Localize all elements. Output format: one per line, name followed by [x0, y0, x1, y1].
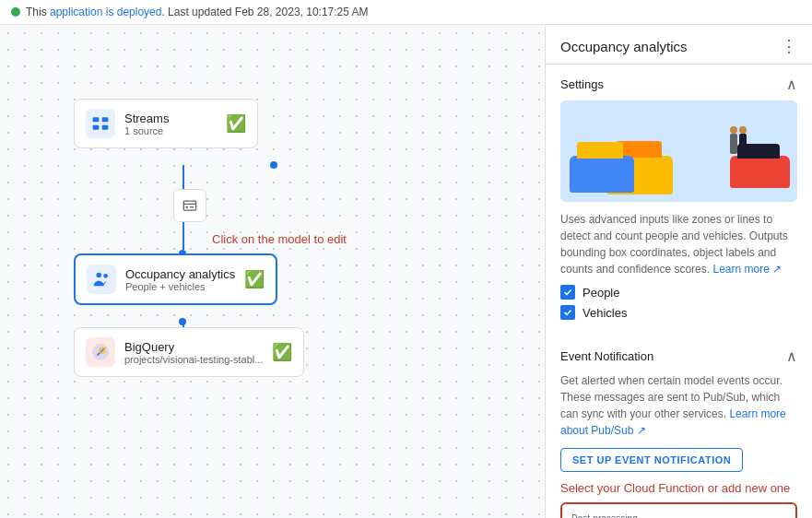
post-processing-label: Post-processing [571, 513, 786, 518]
bigquery-icon [86, 337, 115, 367]
connector-dot-1 [270, 161, 277, 169]
learn-more-link[interactable]: Learn more ↗ [712, 263, 782, 276]
occupancy-info: Occupancy analytics People + vehicles [125, 267, 235, 292]
occupancy-node[interactable]: Occupancy analytics People + vehicles ✅ [74, 253, 277, 305]
people-checkbox[interactable] [560, 285, 575, 300]
settings-chevron[interactable]: ∧ [786, 76, 797, 93]
settings-description: Uses advanced inputs like zones or lines… [560, 211, 797, 277]
streams-node[interactable]: Streams 1 source ✅ [74, 99, 258, 148]
panel-title: Occupancy analytics [560, 39, 688, 54]
svg-point-8 [97, 273, 102, 278]
event-header: Event Notification ∧ [560, 347, 797, 365]
streams-check: ✅ [226, 113, 246, 134]
panel-header: Occupancy analytics ⋮ [546, 25, 812, 65]
event-title: Event Notification [560, 349, 653, 363]
canvas-annotation: Click on the model to edit [212, 232, 347, 246]
panel-menu-icon[interactable]: ⋮ [781, 36, 797, 56]
people-checkbox-row: People [560, 285, 797, 300]
bigquery-node[interactable]: BigQuery projects/visionai-testing-stabl… [74, 327, 304, 377]
car2 [730, 156, 790, 188]
occupancy-icon [87, 265, 116, 294]
occupancy-subtitle: People + vehicles [125, 281, 235, 292]
cloud-function-note: Select your Cloud Function or add new on… [560, 481, 797, 495]
settings-header: Settings ∧ [560, 76, 797, 93]
model-icon-box [173, 189, 206, 222]
vehicles-label: Vehicles [583, 306, 627, 320]
top-bar: This application is deployed. Last updat… [0, 0, 812, 25]
illustration [560, 100, 797, 202]
event-chevron[interactable]: ∧ [786, 347, 797, 365]
bigquery-title: BigQuery [124, 340, 263, 354]
status-dot [11, 7, 20, 17]
car1 [570, 156, 634, 193]
event-section: Event Notification ∧ Get alerted when ce… [546, 336, 812, 518]
main-layout: Streams 1 source ✅ [0, 25, 812, 518]
svg-rect-3 [102, 125, 109, 130]
streams-title: Streams [124, 112, 217, 125]
streams-subtitle: 1 source [124, 125, 217, 136]
svg-rect-1 [102, 117, 109, 122]
settings-image [560, 100, 797, 202]
svg-rect-2 [93, 125, 100, 130]
streams-info: Streams 1 source [124, 112, 217, 136]
svg-rect-4 [183, 201, 195, 210]
event-description: Get alerted when certain model events oc… [560, 372, 797, 439]
occupancy-check: ✅ [244, 269, 265, 289]
settings-section: Settings ∧ Uses advanced inputs like zon… [546, 65, 812, 336]
person2 [730, 134, 737, 154]
vehicles-checkbox[interactable] [560, 305, 575, 320]
deployed-link[interactable]: application is deployed [50, 6, 161, 18]
setup-event-btn[interactable]: SET UP EVENT NOTIFICATION [560, 448, 743, 472]
settings-title: Settings [560, 77, 604, 91]
occupancy-title: Occupancy analytics [125, 267, 235, 281]
svg-rect-0 [93, 117, 100, 122]
bigquery-check: ✅ [272, 342, 292, 362]
pipeline-canvas[interactable]: Streams 1 source ✅ [0, 25, 545, 518]
right-panel: Occupancy analytics ⋮ Settings ∧ Uses [545, 25, 812, 518]
vehicles-checkbox-row: Vehicles [560, 305, 797, 320]
svg-point-9 [103, 274, 108, 278]
status-text: This application is deployed. Last updat… [26, 6, 369, 18]
streams-icon [86, 109, 115, 138]
post-processing-box: Post-processing pub-sub-test-mock-event … [560, 502, 797, 518]
person1 [739, 134, 747, 156]
bigquery-subtitle: projects/visionai-testing-stabl... [124, 354, 263, 365]
svg-point-6 [185, 206, 188, 208]
connector-line-2 [182, 222, 184, 250]
people-label: People [583, 286, 619, 300]
bigquery-info: BigQuery projects/visionai-testing-stabl… [124, 340, 263, 365]
